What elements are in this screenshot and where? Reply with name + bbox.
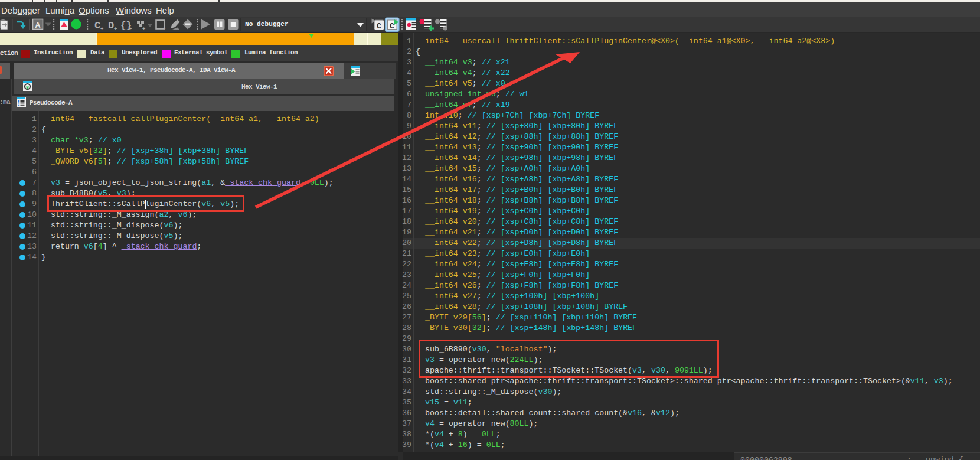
svg-text:C: C: [94, 20, 100, 31]
svg-text:+: +: [100, 26, 103, 32]
svg-text:C: C: [390, 22, 394, 31]
svg-text:+: +: [162, 26, 165, 32]
svg-text:+: +: [142, 26, 145, 32]
svg-text:D: D: [108, 20, 114, 31]
svg-text:C: C: [377, 22, 381, 31]
svg-text:A: A: [35, 21, 41, 30]
svg-text:+: +: [114, 26, 117, 32]
svg-text:+: +: [129, 26, 132, 32]
